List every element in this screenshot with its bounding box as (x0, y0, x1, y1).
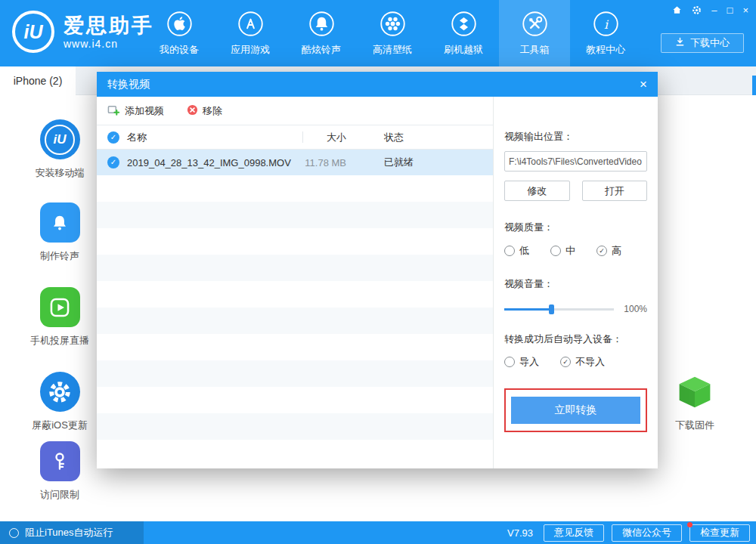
remove-button[interactable]: 移除 (187, 104, 222, 118)
version-label: V7.93 (507, 527, 533, 539)
info-icon: i (592, 10, 620, 38)
no-import-option[interactable]: ✓ 不导入 (560, 355, 605, 369)
tool-install-mobile[interactable]: iU 安装移动端 (14, 119, 105, 180)
tool-label: 制作铃声 (14, 249, 105, 263)
firmware-cube-icon (675, 372, 715, 412)
tab-iphone[interactable]: iPhone (2) (0, 66, 76, 95)
status-bar: 阻止iTunes自动运行 V7.93 意见反馈 微信公众号 检查更新 (0, 521, 756, 544)
bell-icon (308, 10, 336, 38)
scrollbar-thumb[interactable] (752, 76, 756, 97)
block-itunes-toggle[interactable]: 阻止iTunes自动运行 (0, 521, 144, 544)
output-path-input[interactable] (504, 151, 647, 172)
radio-label: 中 (565, 244, 575, 258)
remove-label: 移除 (203, 104, 222, 118)
video-list-panel: 添加视频 移除 ✓ 名称 大小 (97, 97, 493, 468)
radio-label: 导入 (519, 355, 539, 369)
quality-option-low[interactable]: 低 (504, 244, 529, 258)
nav-label: 酷炫铃声 (302, 43, 341, 57)
apple-icon (166, 10, 194, 38)
add-video-button[interactable]: 添加视频 (107, 104, 164, 119)
tool-label: 屏蔽iOS更新 (14, 419, 105, 432)
nav-label: 我的设备 (160, 43, 199, 57)
wechat-account-button[interactable]: 微信公众号 (612, 524, 682, 542)
minimize-button[interactable]: – (711, 5, 717, 15)
select-all-checkbox[interactable]: ✓ (107, 131, 119, 144)
ringtone-bell-icon (40, 202, 80, 243)
nav-item-ringtones[interactable]: 酷炫铃声 (286, 0, 357, 66)
file-name: 2019_04_28_13_42_IMG_0998.MOV (127, 157, 291, 168)
nav-label: 刷机越狱 (444, 43, 483, 57)
radio-checked-icon: ✓ (560, 357, 571, 367)
nav-item-wallpapers[interactable]: 高清壁纸 (357, 0, 428, 66)
nav-item-apps-games[interactable]: 应用游戏 (215, 0, 286, 66)
radio-label: 高 (612, 244, 621, 258)
radio-checked-icon: ✓ (596, 246, 607, 256)
tool-label: 手机投屏直播 (14, 334, 105, 348)
tool-access-restrictions[interactable]: 访问限制 (14, 441, 105, 502)
quality-options: 低 中 ✓ 高 (504, 244, 647, 258)
tool-make-ringtone[interactable]: 制作铃声 (14, 202, 105, 263)
radio-label: 不导入 (575, 355, 605, 369)
wallpaper-icon (379, 10, 407, 38)
table-row[interactable]: ✓ 2019_04_28_13_42_IMG_0998.MOV 11.78 MB… (97, 150, 493, 175)
settings-gear-icon[interactable] (692, 5, 702, 15)
table-header: ✓ 名称 大小 状态 (97, 125, 493, 150)
feedback-button[interactable]: 意见反馈 (544, 524, 604, 542)
dialog-titlebar: 转换视频 × (97, 72, 658, 97)
nav-item-tutorials[interactable]: i 教程中心 (570, 0, 641, 66)
window-controls: – □ × (672, 5, 748, 15)
slider-handle[interactable] (549, 304, 554, 314)
volume-label: 视频音量： (504, 277, 647, 291)
check-update-button[interactable]: 检查更新 (689, 524, 750, 542)
radio-icon (504, 246, 515, 256)
svg-text:i: i (603, 17, 609, 32)
tool-download-firmware[interactable]: 下载固件 (649, 372, 740, 432)
notification-dot (687, 522, 692, 527)
appstore-icon (237, 10, 265, 38)
quality-option-medium[interactable]: 中 (550, 244, 575, 258)
tool-block-ios-update[interactable]: 屏蔽iOS更新 (14, 372, 105, 432)
column-name: 名称 (127, 131, 147, 144)
toolbox-icon (521, 10, 549, 38)
file-size: 11.78 MB (278, 157, 346, 168)
convert-now-button[interactable]: 立即转换 (511, 397, 640, 424)
block-itunes-label: 阻止iTunes自动运行 (25, 526, 113, 539)
volume-slider[interactable] (504, 308, 614, 311)
empty-rows (97, 175, 493, 466)
import-option[interactable]: 导入 (504, 355, 539, 369)
remove-icon (187, 104, 198, 118)
row-checkbox[interactable]: ✓ (107, 156, 119, 168)
tool-screen-mirroring[interactable]: 手机投屏直播 (14, 287, 105, 348)
screencast-play-icon (40, 287, 80, 327)
add-video-icon (107, 104, 120, 119)
nav-item-toolbox[interactable]: 工具箱 (499, 0, 570, 66)
close-window-button[interactable]: × (742, 5, 748, 15)
app-window: iU 爱思助手 www.i4.cn 我的设备 应用游戏 (0, 0, 756, 544)
column-size: 大小 (278, 131, 346, 144)
column-status: 状态 (384, 131, 404, 144)
key-icon (40, 441, 80, 481)
block-circle-icon (9, 528, 19, 538)
radio-icon (504, 357, 515, 367)
quality-option-high[interactable]: ✓ 高 (596, 244, 621, 258)
dialog-title: 转换视频 (107, 78, 150, 91)
header: iU 爱思助手 www.i4.cn 我的设备 应用游戏 (0, 0, 756, 66)
open-button[interactable]: 打开 (582, 181, 648, 201)
download-center-button[interactable]: 下载中心 (661, 33, 744, 53)
nav-item-my-devices[interactable]: 我的设备 (144, 0, 215, 66)
modify-button[interactable]: 修改 (504, 181, 570, 201)
radio-label: 低 (519, 244, 529, 258)
convert-video-dialog: 转换视频 × 添加视频 (97, 72, 658, 468)
logo-title: 爱思助手 (64, 14, 154, 38)
maximize-button[interactable]: □ (727, 5, 733, 15)
nav-item-flash-jailbreak[interactable]: 刷机越狱 (428, 0, 499, 66)
main-nav: 我的设备 应用游戏 酷炫铃声 (144, 0, 641, 66)
gear-icon (40, 372, 80, 412)
home-icon[interactable] (672, 5, 682, 15)
dialog-close-button[interactable]: × (640, 78, 647, 91)
nav-label: 高清壁纸 (373, 43, 412, 57)
radio-icon (550, 246, 561, 256)
nav-label: 教程中心 (586, 43, 625, 57)
file-status: 已就绪 (384, 156, 414, 169)
quality-label: 视频质量： (504, 221, 647, 234)
